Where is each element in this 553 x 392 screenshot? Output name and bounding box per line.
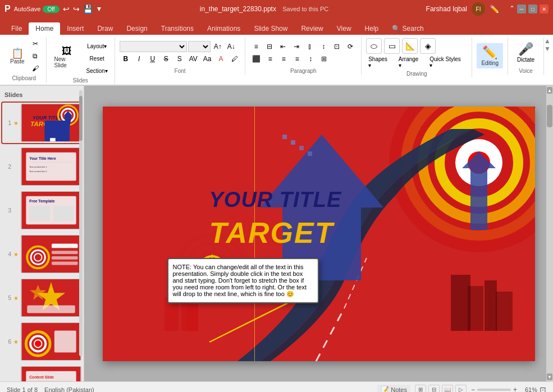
zoom-in-button[interactable]: + [513,386,517,393]
align-right-button[interactable]: ≡ [277,53,290,64]
justify-button[interactable]: ≡ [291,53,303,64]
tab-help[interactable]: Help [358,22,386,35]
bold-button[interactable]: B [120,53,132,64]
convert-smartart-button[interactable]: ⟳ [344,41,357,52]
zoom-slider[interactable] [477,389,511,391]
customize-icon[interactable]: ▼ [96,5,103,13]
strikethrough-button[interactable]: S [160,53,172,64]
slide-item-4[interactable]: 4 ★ [2,234,81,274]
maximize-button[interactable]: □ [528,4,537,13]
slide-sorter-button[interactable]: ⊟ [428,385,440,393]
font-name-select[interactable] [120,41,187,52]
slide-title[interactable]: YOUR TITLE [209,188,342,212]
pen-icon[interactable]: ✏️ [490,4,499,13]
fit-slide-button[interactable]: ⊡ [540,385,546,393]
tab-search[interactable]: 🔍 Search [385,22,430,35]
paste-button[interactable]: 📋 Paste [7,47,28,66]
increase-font-button[interactable]: A↑ [212,41,224,52]
tab-draw[interactable]: Draw [90,22,120,35]
canvas-scroll-thumb[interactable] [547,105,552,127]
tab-transitions[interactable]: Transitions [154,22,200,35]
highlight-button[interactable]: 🖊 [228,53,241,64]
decrease-font-button[interactable]: A↓ [225,41,237,52]
italic-button[interactable]: I [133,53,145,64]
slide-item-7[interactable]: 7 ★ Content Slide [2,365,81,381]
columns-button[interactable]: ⫿ [304,41,316,52]
editing-button[interactable]: ✏️ Editing [477,43,503,68]
normal-view-button[interactable]: ⊞ [415,385,426,393]
window-controls: ⌃ ─ □ ✕ [509,4,549,13]
slide-item-1[interactable]: 1 ★ YOUR TITLE TARGET [2,103,81,143]
font-color-button[interactable]: A [215,53,227,64]
numbering-button[interactable]: ⊟ [263,41,276,52]
panel-scroll-thumb[interactable] [79,96,83,141]
tab-home[interactable]: Home [29,22,60,35]
para-spacing-button[interactable]: ⊞ [318,53,330,64]
bullets-button[interactable]: ≡ [250,41,262,52]
section-button[interactable]: Section▾ [84,65,109,76]
save-status: Saved to this PC [282,6,328,12]
autosave-toggle[interactable]: Off [43,6,59,13]
slide-item-3[interactable]: 3 ★ Free Template [2,190,81,230]
tab-file[interactable]: File [4,22,29,35]
slide-subtitle[interactable]: TARGET [209,216,334,250]
svg-rect-61 [282,135,287,139]
align-left-button[interactable]: ⬛ [250,53,263,64]
case-button[interactable]: Aa [201,53,214,64]
close-button[interactable]: ✕ [540,4,549,13]
reading-view-button[interactable]: 📖 [442,385,453,393]
new-slide-button[interactable]: 🖼 New Slide [51,44,83,70]
ribbon: File Home Insert Draw Design Transitions… [0,18,553,86]
shadow-button[interactable]: S [173,53,186,64]
layout-button[interactable]: Layout▾ [84,40,109,52]
line-spacing-button[interactable]: ↕ [304,53,317,64]
undo-icon[interactable]: ↩ [63,4,70,13]
redo-icon[interactable]: ↪ [73,4,80,13]
slide-panel: Slides 1 ★ YOUR TITLE TARGET [0,86,84,381]
tab-design[interactable]: Design [120,22,154,35]
format-painter-button[interactable]: 🖌 [29,63,42,74]
quick-styles-button[interactable]: Quick Styles ▾ [427,55,467,70]
slide-item-6[interactable]: 6 ★ [2,321,81,362]
shape-rect[interactable]: ▭ [384,38,400,54]
tab-view[interactable]: View [330,22,358,35]
minimize-button[interactable]: ─ [517,4,526,13]
save-icon[interactable]: 💾 [83,4,93,13]
increase-indent-button[interactable]: ⇥ [290,41,303,52]
align-center-button[interactable]: ≡ [264,53,276,64]
svg-rect-25 [52,244,78,248]
align-text-button[interactable]: ⊡ [331,41,343,52]
tab-review[interactable]: Review [294,22,330,35]
reset-button[interactable]: Reset [84,53,109,64]
clipboard-tools: 📋 Paste ✂ ⧉ 🖌 [7,38,42,74]
decrease-indent-button[interactable]: ⇤ [277,41,289,52]
arrange-button[interactable]: Arrange ▾ [396,55,425,70]
paragraph-tools: ≡ ⊟ ⇤ ⇥ ⫿ ↕ ⊡ ⟳ ⬛ ≡ ≡ ≡ ↕ [250,38,357,67]
shape-arrange[interactable]: 📐 [402,38,418,54]
notes-button[interactable]: 📝 Notes [377,385,410,393]
note-popup[interactable]: NOTE: You can change/edit all of the tex… [167,258,319,303]
font-size-select[interactable] [188,41,211,52]
underline-button[interactable]: U [147,53,159,64]
ribbon-collapse-icon[interactable]: ⌃ [509,4,515,13]
slide-canvas[interactable]: YOUR TITLE TARGET NOTE: You can change/e… [103,107,535,361]
zoom-out-button[interactable]: − [471,386,475,393]
slide-item-5[interactable]: 5 ★ [2,278,81,318]
tab-insert[interactable]: Insert [60,22,90,35]
tab-slideshow[interactable]: Slide Show [247,22,294,35]
copy-button[interactable]: ⧉ [29,50,42,62]
canvas-scrollbar[interactable]: ▲ ▼ [546,86,553,381]
tab-animations[interactable]: Animations [200,22,247,35]
slideshow-button[interactable]: ▷ [455,385,467,393]
text-direction-button[interactable]: ↕ [317,41,330,52]
dictate-button[interactable]: 🎤 Dictate [513,40,539,65]
shape-quickstyles[interactable]: ◈ [420,38,436,54]
slide-item-2[interactable]: 2 ★ Your Title Here Text content line 1 … [2,146,81,187]
para-section: ≡ ⊟ ⇤ ⇥ ⫿ ↕ ⊡ ⟳ ⬛ ≡ ≡ ≡ ↕ [250,41,357,64]
panel-scrollbar[interactable] [79,90,83,356]
shape-oval[interactable]: ⬭ [366,38,382,54]
spacing-button[interactable]: AV [187,53,200,64]
shapes-dropdown-button[interactable]: Shapes ▾ [366,55,394,70]
ribbon-scroll[interactable]: ▲▼ [544,37,551,53]
cut-button[interactable]: ✂ [29,38,42,49]
